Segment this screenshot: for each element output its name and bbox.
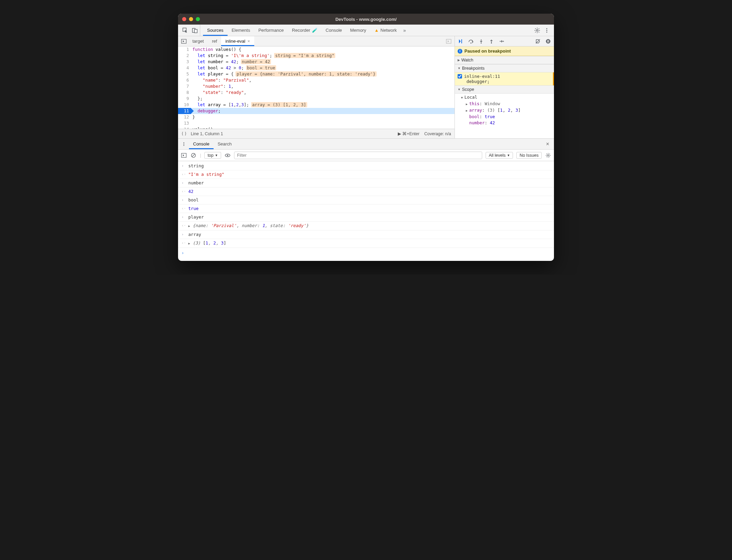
console-input-row: ›bool — [178, 196, 554, 205]
console-output-row: ‹·"I'm a string" — [178, 170, 554, 179]
svg-point-5 — [546, 30, 547, 31]
console-input-row: ›string — [178, 162, 554, 170]
drawer-kebab-icon[interactable] — [181, 141, 187, 147]
scope-bool: bool: true — [456, 114, 554, 120]
panel-tab-elements[interactable]: Elements — [228, 25, 254, 36]
code-line[interactable]: 3 let number = 42;number = 42 — [178, 59, 455, 65]
code-line[interactable]: 2 let string = 'I\'m a string';string = … — [178, 53, 455, 59]
zoom-window-button[interactable] — [196, 17, 200, 21]
more-files-icon[interactable] — [446, 38, 452, 44]
code-line[interactable]: 9 }; — [178, 96, 455, 102]
panel-tab-performance[interactable]: Performance — [254, 25, 288, 36]
file-tabs: targetrefinline-eval× — [178, 36, 455, 46]
step-into-icon[interactable] — [478, 38, 484, 44]
code-line[interactable]: 4 let bool = 42 > 0;bool = true — [178, 65, 455, 71]
scope-local[interactable]: ▼Local — [456, 94, 554, 101]
console-sidebar-toggle-icon[interactable] — [181, 152, 187, 158]
console-input-row: ›array — [178, 230, 554, 239]
panel-tab-console[interactable]: Console — [322, 25, 346, 36]
cursor-position: Line 1, Column 1 — [191, 131, 223, 136]
chevron-right-icon: ▶ — [458, 58, 460, 62]
svg-point-19 — [184, 145, 185, 146]
scope-section-header[interactable]: ▼ Scope — [455, 85, 554, 94]
panel-tab-sources[interactable]: Sources — [203, 25, 228, 36]
code-editor[interactable]: 1function values() {2 let string = 'I\'m… — [178, 46, 455, 129]
step-icon[interactable] — [499, 38, 505, 44]
code-line[interactable]: 10 let array = [1,2,3];array = (3) [1, 2… — [178, 102, 455, 108]
issues-button[interactable]: No Issues — [516, 152, 542, 159]
code-line[interactable]: 1function values() { — [178, 46, 455, 53]
breakpoints-section-header[interactable]: ▼ Breakpoints — [455, 64, 554, 72]
pretty-print-icon[interactable]: { } — [181, 131, 187, 136]
scope-this[interactable]: ▶this: Window — [456, 101, 554, 107]
chevron-down-icon: ▼ — [458, 88, 461, 91]
navigator-toggle-icon[interactable] — [181, 38, 187, 44]
code-line[interactable]: 13 — [178, 120, 455, 126]
panel-tab-recorder[interactable]: Recorder🧪 — [288, 25, 321, 36]
watch-section-header[interactable]: ▶ Watch — [455, 56, 554, 64]
svg-point-13 — [503, 41, 504, 42]
svg-rect-2 — [194, 29, 197, 33]
svg-point-12 — [491, 42, 492, 43]
code-line[interactable]: 11 debugger; — [178, 108, 455, 114]
console-filter-input[interactable] — [234, 152, 482, 159]
svg-point-10 — [471, 42, 472, 43]
console-toolbar: | top ▼ All levels ▼ No Issues — [178, 150, 554, 161]
kebab-menu-icon[interactable] — [544, 27, 550, 33]
more-tabs-chevron-icon[interactable]: » — [402, 27, 408, 33]
inspect-element-icon[interactable] — [182, 27, 188, 33]
drawer-tab-search[interactable]: Search — [214, 139, 236, 149]
close-tab-icon[interactable]: × — [247, 39, 250, 44]
svg-point-11 — [481, 42, 482, 43]
code-line[interactable]: 12} — [178, 114, 455, 120]
code-line[interactable]: 8 "state": "ready", — [178, 89, 455, 96]
panel-tab-network[interactable]: ▲Network — [370, 25, 401, 36]
minimize-window-button[interactable] — [189, 17, 193, 21]
main-split: targetrefinline-eval× 1function values()… — [178, 36, 554, 139]
pause-on-exceptions-icon[interactable] — [545, 38, 551, 44]
deactivate-breakpoints-icon[interactable] — [535, 38, 541, 44]
code-line[interactable]: 5 let player = {player = {name: 'Parziva… — [178, 71, 455, 77]
device-toolbar-icon[interactable] — [192, 27, 198, 33]
scope-body: ▼Local ▶this: Window ▶array: (3) [1, 2, … — [455, 94, 554, 127]
debugger-sidebar: i Paused on breakpoint ▶ Watch ▼ Breakpo… — [455, 36, 554, 138]
live-expression-icon[interactable] — [225, 152, 231, 158]
svg-point-24 — [547, 154, 549, 156]
console-output-row: ‹·▶ (3) [1, 2, 3] — [178, 239, 554, 248]
console-output[interactable]: ›string‹·"I'm a string"›number‹·42›bool‹… — [178, 161, 554, 261]
settings-gear-icon[interactable] — [534, 27, 540, 33]
drawer-tab-console[interactable]: Console — [189, 139, 214, 149]
file-tab-ref[interactable]: ref — [208, 36, 221, 46]
step-out-icon[interactable] — [488, 38, 494, 44]
drawer-close-icon[interactable]: × — [543, 141, 553, 147]
console-prompt[interactable]: › — [178, 248, 554, 258]
run-snippet-button[interactable]: ▶ ⌘+Enter — [398, 131, 420, 136]
clear-console-icon[interactable] — [190, 152, 196, 158]
code-line[interactable]: 6 "name": "Parzival", — [178, 77, 455, 83]
console-settings-gear-icon[interactable] — [545, 152, 551, 158]
breakpoint-item[interactable]: inline-eval:11 debugger; — [455, 72, 554, 85]
step-over-icon[interactable] — [468, 38, 474, 44]
context-selector[interactable]: top ▼ — [204, 152, 221, 159]
scope-array[interactable]: ▶array: (3) [1, 2, 3] — [456, 107, 554, 114]
panel-tab-memory[interactable]: Memory — [346, 25, 370, 36]
chevron-down-icon: ▼ — [458, 67, 461, 70]
file-tab-inline-eval[interactable]: inline-eval× — [221, 36, 254, 46]
file-tab-target[interactable]: target — [188, 36, 208, 46]
code-line[interactable]: 7 "number": 1, — [178, 83, 455, 89]
resume-icon[interactable] — [458, 38, 464, 44]
svg-rect-16 — [548, 40, 549, 42]
devtools-window: DevTools - www.google.com/ SourcesElemen… — [178, 14, 554, 261]
close-window-button[interactable] — [182, 17, 186, 21]
svg-point-3 — [537, 29, 538, 31]
main-tabs-strip: SourcesElementsPerformanceRecorder🧪Conso… — [178, 25, 554, 36]
traffic-lights — [182, 17, 200, 21]
code-line[interactable]: 14values(); — [178, 126, 455, 129]
svg-point-18 — [184, 143, 185, 144]
svg-point-14 — [546, 39, 551, 43]
debug-toolbar — [455, 36, 554, 46]
console-output-row: ‹·42 — [178, 187, 554, 196]
log-levels-selector[interactable]: All levels ▼ — [486, 152, 513, 159]
breakpoint-checkbox[interactable] — [458, 74, 462, 79]
editor-status-bar: { } Line 1, Column 1 ▶ ⌘+Enter Coverage:… — [178, 129, 455, 138]
